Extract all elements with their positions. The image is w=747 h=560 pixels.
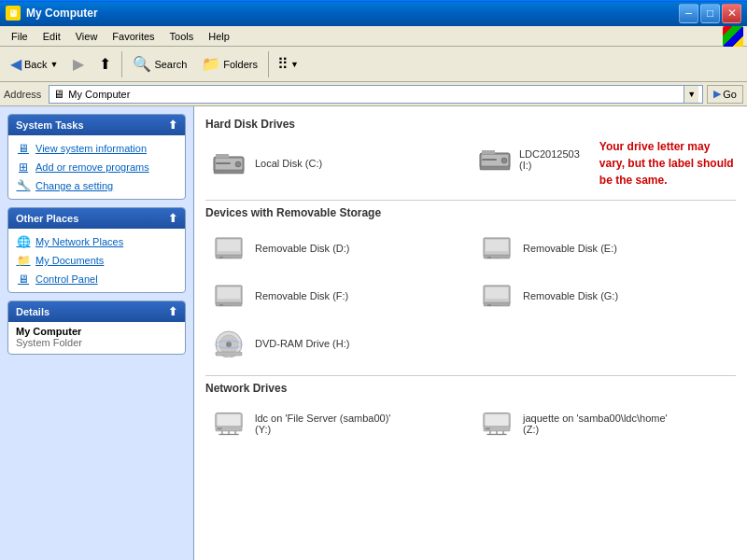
toolbar-separator-1 <box>121 51 122 77</box>
drive-c[interactable]: Local Disk (C:) <box>205 138 468 189</box>
network-section-header: Network Drives <box>205 382 736 395</box>
menu-tools[interactable]: Tools <box>162 29 202 44</box>
section-divider-1 <box>205 200 736 201</box>
system-tasks-body: 🖥 View system information ⊞ Add or remov… <box>8 135 185 199</box>
drive-i[interactable]: LDC2012503 (I:) <box>473 138 588 180</box>
address-pc-icon: 🖥 <box>53 88 64 101</box>
system-tasks-chevron[interactable]: ⬆ <box>168 119 177 132</box>
svg-rect-23 <box>218 287 240 299</box>
drive-f-label: Removable Disk (F:) <box>255 290 348 301</box>
drive-d-label: Removable Disk (D:) <box>255 243 349 254</box>
maximize-button[interactable]: □ <box>700 4 720 23</box>
change-setting-label: Change a setting <box>35 180 113 191</box>
section-divider-2 <box>205 375 736 376</box>
other-places-body: 🌐 My Network Places 📁 My Documents 🖥 Con… <box>8 229 185 292</box>
svg-rect-26 <box>225 305 233 306</box>
svg-rect-5 <box>216 154 229 158</box>
drive-z-label: jaquette on 'samba00\ldc\home'(Z:) <box>523 413 668 435</box>
drive-d[interactable]: Removable Disk (D:) <box>205 227 468 269</box>
view-dropdown[interactable]: ⠿ ▼ <box>273 51 303 77</box>
menu-edit[interactable]: Edit <box>35 29 68 44</box>
drive-g-icon <box>478 279 515 312</box>
drive-c-icon <box>210 147 247 180</box>
drive-f[interactable]: Removable Disk (F:) <box>205 274 468 316</box>
svg-rect-25 <box>219 304 223 306</box>
drive-letter-notice: Your drive letter may vary, but the labe… <box>599 138 736 189</box>
menu-help[interactable]: Help <box>201 29 237 44</box>
drive-g[interactable]: Removable Disk (G:) <box>473 274 736 316</box>
control-panel-icon: 🖥 <box>16 272 31 287</box>
minimize-button[interactable]: – <box>679 4 698 23</box>
menu-favorites[interactable]: Favorites <box>105 29 162 44</box>
drive-f-icon <box>210 279 247 312</box>
change-setting-icon: 🔧 <box>16 178 31 193</box>
drive-i-group: LDC2012503 (I:) Your drive letter may va… <box>473 138 736 189</box>
drive-i-icon <box>478 143 512 175</box>
control-panel-link[interactable]: 🖥 Control Panel <box>16 272 177 287</box>
system-tasks-panel: System Tasks ⬆ 🖥 View system information… <box>7 114 186 200</box>
my-documents-icon: 📁 <box>16 253 31 268</box>
network-drive-grid: ldc on 'File Server (samba00)'(Y:) <box>205 402 736 444</box>
svg-rect-10 <box>480 166 510 170</box>
view-system-label: View system information <box>35 143 147 154</box>
add-remove-link[interactable]: ⊞ Add or remove programs <box>16 160 177 175</box>
system-tasks-header: System Tasks ⬆ <box>8 115 185 135</box>
other-places-header: Other Places ⬆ <box>8 208 185 229</box>
svg-point-2 <box>235 161 241 167</box>
network-places-link[interactable]: 🌐 My Network Places <box>16 234 177 249</box>
svg-rect-48 <box>486 427 490 429</box>
svg-point-8 <box>501 158 507 163</box>
other-places-chevron[interactable]: ⬆ <box>168 212 177 225</box>
svg-rect-20 <box>487 257 491 259</box>
menu-view[interactable]: View <box>68 29 106 44</box>
details-item-name: My Computer <box>8 322 185 337</box>
details-chevron[interactable]: ⬆ <box>168 305 177 318</box>
go-button[interactable]: ▶ Go <box>707 85 743 104</box>
hard-disk-section-header: Hard Disk Drives <box>205 118 736 131</box>
my-documents-link[interactable]: 📁 My Documents <box>16 253 177 268</box>
drive-i-label: LDC2012503 (I:) <box>519 148 584 171</box>
control-panel-label: Control Panel <box>35 273 98 285</box>
svg-rect-11 <box>482 150 495 154</box>
removable-section-header: Devices with Removable Storage <box>205 206 736 219</box>
drive-z-icon <box>478 407 515 440</box>
toolbar: ◀ Back ▼ ▶ ⬆ 🔍 Search 📁 Folders ⠿ ▼ <box>0 47 747 82</box>
other-places-panel: Other Places ⬆ 🌐 My Network Places 📁 My … <box>7 207 186 293</box>
title-bar: 🖥 My Computer – □ ✕ <box>0 0 747 26</box>
address-label: Address <box>4 89 45 100</box>
search-button[interactable]: 🔍 Search <box>126 51 193 77</box>
address-dropdown[interactable]: ▼ <box>684 86 698 103</box>
close-button[interactable]: ✕ <box>722 4 741 23</box>
svg-rect-30 <box>487 304 491 306</box>
change-setting-link[interactable]: 🔧 Change a setting <box>16 178 177 193</box>
back-button[interactable]: ◀ Back ▼ <box>4 51 64 77</box>
svg-rect-21 <box>493 258 500 259</box>
drive-e-icon <box>478 231 515 264</box>
svg-rect-13 <box>218 240 240 251</box>
folders-button[interactable]: 📁 Folders <box>195 51 264 77</box>
view-system-info-link[interactable]: 🖥 View system information <box>16 141 177 156</box>
svg-rect-40 <box>218 427 222 429</box>
up-button[interactable]: ⬆ <box>92 51 118 77</box>
drive-y[interactable]: ldc on 'File Server (samba00)'(Y:) <box>205 402 468 444</box>
add-remove-label: Add or remove programs <box>35 161 149 173</box>
removable-disk-grid: Removable Disk (D:) Removable Disk (E:) <box>205 227 736 364</box>
details-body: My Computer System Folder <box>8 322 185 354</box>
view-system-icon: 🖥 <box>16 141 31 156</box>
system-tasks-title: System Tasks <box>16 119 84 131</box>
forward-button[interactable]: ▶ <box>66 51 91 77</box>
drive-h-label: DVD-RAM Drive (H:) <box>255 338 349 349</box>
app-icon: 🖥 <box>6 6 21 21</box>
details-panel: Details ⬆ My Computer System Folder <box>7 301 186 355</box>
menu-file[interactable]: File <box>4 29 35 44</box>
drive-z[interactable]: jaquette on 'samba00\ldc\home'(Z:) <box>473 402 736 444</box>
svg-rect-38 <box>218 414 241 426</box>
drive-c-label: Local Disk (C:) <box>255 158 322 169</box>
address-value: My Computer <box>68 89 680 100</box>
drive-h-icon <box>210 327 247 359</box>
drive-h[interactable]: DVD-RAM Drive (H:) <box>205 322 468 364</box>
svg-rect-15 <box>219 257 223 259</box>
svg-rect-18 <box>486 240 508 251</box>
drive-e[interactable]: Removable Disk (E:) <box>473 227 736 269</box>
svg-rect-16 <box>225 258 233 259</box>
